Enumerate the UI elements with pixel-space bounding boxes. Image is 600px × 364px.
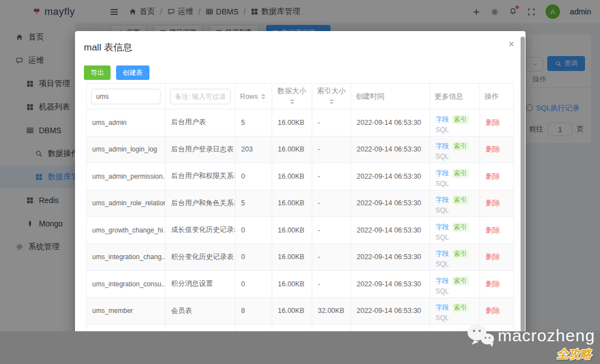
action-column-header: 操作 — [480, 84, 514, 109]
watermark-badge: 全攻略 — [557, 346, 592, 362]
cell-comment: 积分变化历史记录表 — [166, 244, 236, 271]
cell-comment: 会员表 — [166, 298, 236, 325]
cell-index-size: - — [312, 163, 351, 190]
cell-index-size: - — [312, 190, 351, 218]
delete-link[interactable]: 删除 — [486, 225, 500, 235]
cell-data-size: 16.00KB — [272, 136, 312, 164]
table-info-dialog: mall 表信息 导出 创建表 Rows 数据大小 索引大小 — [75, 31, 526, 364]
cell-action: 删除 — [480, 109, 514, 136]
cell-table-name: ums_integration_chang... — [87, 244, 166, 271]
cell-rows: 0 — [236, 217, 272, 244]
delete-link[interactable]: 删除 — [486, 118, 500, 128]
cell-rows: 0 — [236, 163, 272, 190]
delete-link[interactable]: 删除 — [486, 198, 500, 208]
cell-rows: 0 — [236, 271, 272, 298]
dialog-scrollbar-thumb[interactable] — [521, 37, 525, 332]
delete-link[interactable]: 删除 — [486, 306, 500, 316]
data-size-column-header[interactable]: 数据大小 — [272, 84, 312, 109]
index-link[interactable]: 索引 — [452, 195, 469, 205]
cell-rows: 203 — [236, 136, 272, 164]
watermark-brand: macrozheng — [498, 326, 595, 345]
cell-table-name: ums_admin_login_log — [87, 136, 166, 164]
table-row: ums_growth_change_hi... 成长值变化历史记录表 0 16.… — [87, 217, 513, 244]
export-button[interactable]: 导出 — [84, 65, 111, 80]
fields-link[interactable]: 字段 — [436, 249, 449, 259]
delete-link[interactable]: 删除 — [486, 279, 500, 289]
table-row: ums_member 会员表 8 16.00KB 32.00KB 2022-09… — [87, 298, 513, 325]
cell-index-size: - — [312, 109, 351, 136]
cell-comment: 后台用户和权限关系表(... — [166, 163, 236, 190]
index-link[interactable]: 索引 — [452, 276, 469, 286]
column-label: 索引大小 — [317, 86, 346, 96]
fields-link[interactable]: 字段 — [436, 141, 449, 151]
delete-link[interactable]: 删除 — [486, 171, 500, 181]
sql-link[interactable]: SQL — [436, 234, 449, 241]
cell-index-size: 32.00KB — [312, 298, 351, 325]
comment-filter-input[interactable] — [170, 89, 231, 104]
sql-link[interactable]: SQL — [436, 314, 449, 322]
sql-link[interactable]: SQL — [436, 260, 449, 268]
dialog-title: mall 表信息 — [84, 41, 132, 54]
fields-link[interactable]: 字段 — [436, 276, 449, 286]
cell-action: 删除 — [480, 190, 514, 218]
create-table-button[interactable]: 创建表 — [116, 65, 149, 80]
index-link[interactable]: 索引 — [452, 115, 469, 124]
sort-carets-icon — [261, 92, 266, 102]
comment-filter-cell — [166, 84, 236, 109]
sql-link[interactable]: SQL — [436, 153, 449, 160]
cell-more-info: 字段 索引 SQL — [430, 271, 480, 298]
table-row: ums_admin_login_log 后台用户登录日志表 203 16.00K… — [87, 136, 513, 164]
cell-index-size: - — [312, 271, 351, 298]
cell-created-time: 2022-09-14 06:53:30 — [351, 298, 430, 325]
fields-link[interactable]: 字段 — [436, 195, 449, 205]
cell-table-name: ums_member — [87, 298, 166, 325]
table-row: ums_integration_consu... 积分消息设置 0 16.00K… — [87, 271, 513, 298]
cell-action: 删除 — [480, 217, 514, 244]
cell-data-size: 16.00KB — [272, 298, 312, 325]
cell-created-time: 2022-09-14 06:53:30 — [351, 190, 430, 218]
cell-more-info: 字段 索引 SQL — [430, 190, 480, 218]
index-link[interactable]: 索引 — [452, 303, 469, 312]
index-link[interactable]: 索引 — [452, 249, 469, 259]
fields-link[interactable]: 字段 — [436, 115, 449, 124]
close-dialog-icon[interactable] — [507, 40, 516, 48]
fields-link[interactable]: 字段 — [436, 223, 449, 232]
fields-link[interactable]: 字段 — [436, 169, 449, 178]
index-link[interactable]: 索引 — [452, 169, 469, 178]
delete-link[interactable]: 删除 — [486, 144, 500, 154]
cell-data-size: 16.00KB — [272, 244, 312, 271]
sql-link[interactable]: SQL — [436, 287, 449, 295]
table-row: ums_admin_permission... 后台用户和权限关系表(... 0… — [87, 163, 513, 190]
sql-link[interactable]: SQL — [436, 206, 449, 214]
table-name-filter-input[interactable] — [91, 89, 161, 104]
cell-comment: 后台用户登录日志表 — [166, 136, 236, 164]
cell-table-name: ums_admin — [87, 109, 166, 136]
cell-created-time: 2022-09-14 06:53:30 — [351, 217, 430, 244]
cell-data-size: 16.00KB — [272, 271, 312, 298]
dialog-toolbar: 导出 创建表 — [84, 65, 149, 80]
column-label: 数据大小 — [278, 86, 307, 96]
created-column-header: 创建时间 — [351, 84, 430, 109]
index-link[interactable]: 索引 — [452, 223, 469, 232]
cell-action: 删除 — [480, 298, 514, 325]
cell-rows: 5 — [236, 190, 272, 218]
sql-link[interactable]: SQL — [436, 180, 449, 188]
cell-rows: 5 — [236, 109, 272, 136]
rows-column-header[interactable]: Rows — [236, 84, 272, 109]
cell-comment: 成长值变化历史记录表 — [166, 217, 236, 244]
cell-more-info: 字段 索引 SQL — [430, 163, 480, 190]
cell-table-name: ums_growth_change_hi... — [87, 217, 166, 244]
cell-action: 删除 — [480, 136, 514, 164]
cell-index-size: - — [312, 244, 351, 271]
cell-action: 删除 — [480, 271, 514, 298]
cell-created-time: 2022-09-14 06:53:30 — [351, 271, 430, 298]
index-size-column-header[interactable]: 索引大小 — [312, 84, 351, 109]
index-link[interactable]: 索引 — [452, 141, 469, 151]
fields-link[interactable]: 字段 — [436, 303, 449, 312]
sql-link[interactable]: SQL — [436, 126, 449, 134]
cell-created-time: 2022-09-14 06:53:30 — [351, 109, 430, 136]
cell-rows: 0 — [236, 244, 272, 271]
cell-table-name: ums_admin_permission... — [87, 163, 166, 190]
column-label: Rows — [240, 92, 258, 100]
delete-link[interactable]: 删除 — [486, 252, 500, 262]
